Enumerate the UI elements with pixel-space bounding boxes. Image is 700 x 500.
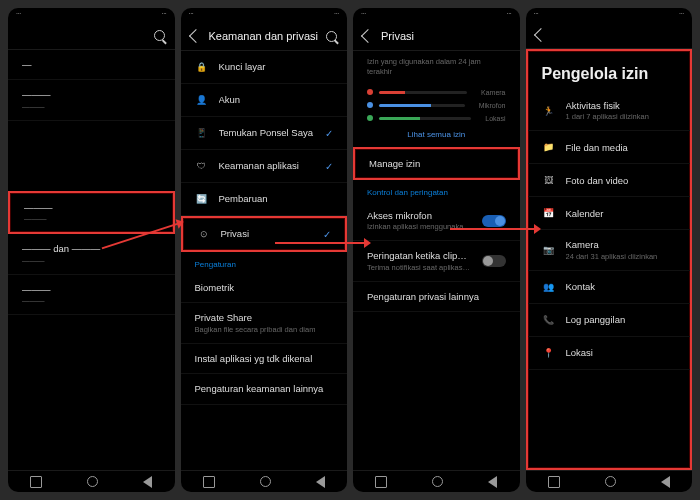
list-item[interactable]: Private ShareBagikan file secara pribadi… bbox=[181, 303, 348, 343]
settings-security-privacy[interactable]: ——— ——— bbox=[8, 191, 175, 234]
content: 🔒 Kunci layar 👤 Akun 📱 Temukan Ponsel Sa… bbox=[181, 51, 348, 470]
list-item[interactable]: 🔒 Kunci layar bbox=[181, 51, 348, 84]
page-title: Pengelola izin bbox=[528, 51, 691, 91]
contacts-icon: 👥 bbox=[542, 280, 556, 294]
usage-dot bbox=[367, 102, 373, 108]
usage-label: Lokasi bbox=[485, 115, 505, 122]
nav-recents-icon[interactable] bbox=[548, 476, 560, 488]
nav-back-icon[interactable] bbox=[316, 476, 325, 488]
privacy-item[interactable]: ⊙ Privasi ✓ bbox=[181, 216, 348, 252]
usage-dot bbox=[367, 115, 373, 121]
status-bar: ······ bbox=[353, 8, 520, 22]
nav-home-icon[interactable] bbox=[432, 476, 443, 487]
back-icon[interactable] bbox=[533, 28, 547, 42]
section-label: Kontrol dan peringatan bbox=[353, 180, 520, 201]
usage-bar bbox=[379, 91, 467, 94]
list-item[interactable]: Instal aplikasi yg tdk dikenal bbox=[181, 344, 348, 374]
search-icon[interactable] bbox=[326, 31, 337, 42]
content: Izin yang digunakan dalam 24 jam terakhi… bbox=[353, 51, 520, 470]
header bbox=[8, 22, 175, 50]
nav-home-icon[interactable] bbox=[260, 476, 271, 487]
usage-dot bbox=[367, 89, 373, 95]
back-icon[interactable] bbox=[188, 29, 202, 43]
search-icon[interactable] bbox=[154, 30, 165, 41]
list-item[interactable]: ——— dan ——— ——— bbox=[8, 234, 175, 274]
check-icon: ✓ bbox=[325, 161, 333, 172]
search-phone-icon: 📱 bbox=[195, 126, 209, 140]
list-item[interactable]: ——— ——— bbox=[8, 80, 175, 120]
permission-item[interactable]: 📁 File dan media bbox=[528, 131, 691, 164]
list-item[interactable]: ——— ——— bbox=[8, 275, 175, 315]
back-icon[interactable] bbox=[361, 29, 375, 43]
list-item[interactable]: Biometrik bbox=[181, 273, 348, 303]
nav-home-icon[interactable] bbox=[87, 476, 98, 487]
view-all-permissions-link[interactable]: Lihat semua izin bbox=[353, 128, 520, 147]
usage-label: Kamera bbox=[481, 89, 506, 96]
nav-bar bbox=[181, 470, 348, 492]
update-icon: 🔄 bbox=[195, 192, 209, 206]
nav-recents-icon[interactable] bbox=[375, 476, 387, 488]
more-privacy-settings[interactable]: Pengaturan privasi lainnya bbox=[353, 282, 520, 312]
nav-home-icon[interactable] bbox=[605, 476, 616, 487]
page-title: Keamanan dan privasi bbox=[209, 30, 319, 42]
header bbox=[526, 22, 693, 49]
permission-item[interactable]: 👥 Kontak bbox=[528, 271, 691, 304]
permission-item[interactable]: 🏃 Aktivitas fisik1 dari 7 aplikasi diizi… bbox=[528, 91, 691, 131]
list-item[interactable]: 🔄 Pembaruan bbox=[181, 183, 348, 216]
header: Keamanan dan privasi bbox=[181, 22, 348, 51]
toggle-item[interactable]: Akses mikrofonIzinkan aplikasi menggunak… bbox=[353, 201, 520, 241]
list-item[interactable]: 🛡 Keamanan aplikasi ✓ bbox=[181, 150, 348, 183]
usage-bar bbox=[379, 117, 471, 120]
photos-icon: 🖼 bbox=[542, 173, 556, 187]
check-icon: ✓ bbox=[325, 128, 333, 139]
nav-bar bbox=[353, 470, 520, 492]
status-bar: ······ bbox=[8, 8, 175, 22]
phone-settings-root: ······ — ——— ——— ——— ——— ——— dan ——— ——— bbox=[8, 8, 175, 492]
privacy-icon: ⊙ bbox=[197, 227, 211, 241]
user-icon: 👤 bbox=[195, 93, 209, 107]
header: Privasi bbox=[353, 22, 520, 51]
usage-row: Mikrofon bbox=[367, 102, 506, 109]
toggle-switch[interactable] bbox=[482, 255, 506, 267]
nav-back-icon[interactable] bbox=[143, 476, 152, 488]
content: Pengelola izin 🏃 Aktivitas fisik1 dari 7… bbox=[526, 49, 693, 470]
check-icon: ✓ bbox=[323, 229, 331, 240]
phone-privacy: ······ Privasi Izin yang digunakan dalam… bbox=[353, 8, 520, 492]
permission-item[interactable]: 📞 Log panggilan bbox=[528, 304, 691, 337]
nav-bar bbox=[526, 470, 693, 492]
toggle-item[interactable]: Peringatan ketika clipboard diaksesTerim… bbox=[353, 241, 520, 281]
permission-item[interactable]: 📍 Lokasi bbox=[528, 337, 691, 370]
phone-security-privacy: ······ Keamanan dan privasi 🔒 Kunci laya… bbox=[181, 8, 348, 492]
permission-item[interactable]: 📅 Kalender bbox=[528, 197, 691, 230]
permission-item[interactable]: 🖼 Foto dan video bbox=[528, 164, 691, 197]
activity-icon: 🏃 bbox=[542, 104, 556, 118]
nav-back-icon[interactable] bbox=[488, 476, 497, 488]
section-label: Pengaturan bbox=[181, 252, 348, 273]
usage-row: Lokasi bbox=[367, 115, 506, 122]
list-item[interactable]: Pengaturan keamanan lainnya bbox=[181, 374, 348, 404]
camera-icon: 📷 bbox=[542, 243, 556, 257]
list-item[interactable]: 👤 Akun bbox=[181, 84, 348, 117]
status-bar: ······ bbox=[526, 8, 693, 22]
toggle-switch[interactable] bbox=[482, 215, 506, 227]
location-icon: 📍 bbox=[542, 346, 556, 360]
calllog-icon: 📞 bbox=[542, 313, 556, 327]
manage-permissions-item[interactable]: Manage izin bbox=[353, 147, 520, 180]
list-item[interactable]: — bbox=[8, 50, 175, 80]
files-icon: 📁 bbox=[542, 140, 556, 154]
status-bar: ······ bbox=[181, 8, 348, 22]
nav-recents-icon[interactable] bbox=[203, 476, 215, 488]
nav-bar bbox=[8, 470, 175, 492]
shield-icon: 🛡 bbox=[195, 159, 209, 173]
usage-description: Izin yang digunakan dalam 24 jam terakhi… bbox=[353, 51, 520, 83]
nav-recents-icon[interactable] bbox=[30, 476, 42, 488]
phone-permission-manager: ······ Pengelola izin 🏃 Aktivitas fisik1… bbox=[526, 8, 693, 492]
usage-bar bbox=[379, 104, 465, 107]
nav-back-icon[interactable] bbox=[661, 476, 670, 488]
usage-row: Kamera bbox=[367, 89, 506, 96]
list-item[interactable]: 📱 Temukan Ponsel Saya ✓ bbox=[181, 117, 348, 150]
calendar-icon: 📅 bbox=[542, 206, 556, 220]
lock-icon: 🔒 bbox=[195, 60, 209, 74]
permission-item[interactable]: 📷 Kamera24 dari 31 aplikasi diizinkan bbox=[528, 230, 691, 270]
usage-label: Mikrofon bbox=[479, 102, 506, 109]
